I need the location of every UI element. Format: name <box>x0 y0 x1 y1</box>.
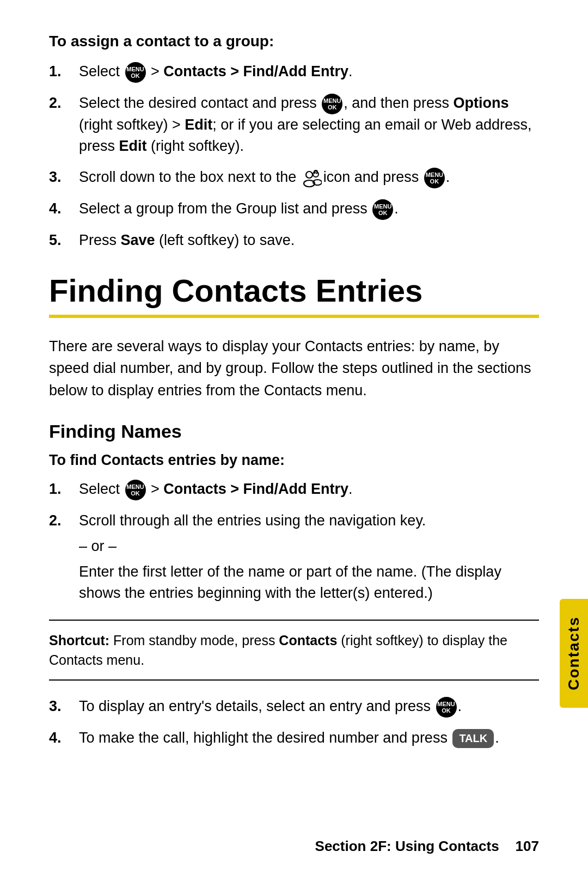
find-step-4: 4. To make the call, highlight the desir… <box>49 727 539 749</box>
finding-names-steps: 1. Select MENUOK > Contacts > Find/Add E… <box>49 479 539 604</box>
step-text-5: Press Save (left softkey) to save. <box>79 230 539 251</box>
step-text-1: Select MENUOK > Contacts > Find/Add Entr… <box>79 61 539 83</box>
step-num-1: 1. <box>49 61 79 82</box>
find-step-num-2: 2. <box>49 510 79 531</box>
sidebar-tab: Contacts <box>560 599 588 708</box>
find-step-text-4: To make the call, highlight the desired … <box>79 727 539 749</box>
menu-ok-icon-1: MENUOK <box>125 62 146 83</box>
group-icon: 2 <box>302 168 322 188</box>
find-step-num-4: 4. <box>49 727 79 749</box>
finding-names-heading: Finding Names <box>49 421 539 442</box>
sidebar-tab-text: Contacts <box>565 616 583 690</box>
menu-ok-icon-6: MENUOK <box>436 697 457 718</box>
step-num-2: 2. <box>49 93 79 114</box>
svg-text:2: 2 <box>315 171 317 175</box>
talk-icon: TALK <box>452 729 494 748</box>
menu-ok-icon-2: MENUOK <box>322 94 342 114</box>
shortcut-label: Shortcut: <box>49 633 109 648</box>
assign-label: To assign a contact to a group: <box>49 33 539 50</box>
main-heading: Finding Contacts Entries <box>49 273 539 309</box>
assign-step-1: 1. Select MENUOK > Contacts > Find/Add E… <box>49 61 539 83</box>
step-text-2: Select the desired contact and press MEN… <box>79 93 539 157</box>
find-step-num-3: 3. <box>49 696 79 717</box>
assign-steps: 1. Select MENUOK > Contacts > Find/Add E… <box>49 61 539 251</box>
svg-point-0 <box>306 171 313 178</box>
yellow-rule <box>49 315 539 318</box>
menu-ok-icon-5: MENUOK <box>125 480 146 500</box>
assign-section: To assign a contact to a group: 1. Selec… <box>49 33 539 251</box>
step-text-4: Select a group from the Group list and p… <box>79 198 539 220</box>
find-step-1: 1. Select MENUOK > Contacts > Find/Add E… <box>49 479 539 500</box>
menu-ok-icon-3: MENUOK <box>424 168 445 188</box>
step-num-3: 3. <box>49 167 79 188</box>
page-content: To assign a contact to a group: 1. Selec… <box>0 0 588 802</box>
find-step-text-3: To display an entry's details, select an… <box>79 696 539 718</box>
step-text-3: Scroll down to the box next to the 2 ico… <box>79 167 539 188</box>
find-step-text-1: Select MENUOK > Contacts > Find/Add Entr… <box>79 479 539 500</box>
finding-names-steps-continued: 3. To display an entry's details, select… <box>49 696 539 749</box>
find-step-3: 3. To display an entry's details, select… <box>49 696 539 718</box>
shortcut-text: From standby mode, press Contacts (right… <box>49 633 507 667</box>
step-num-4: 4. <box>49 198 79 219</box>
finding-names-label: To find Contacts entries by name: <box>49 452 539 469</box>
step-num-5: 5. <box>49 230 79 251</box>
shortcut-box: Shortcut: From standby mode, press Conta… <box>49 620 539 681</box>
or-separator: – or – <box>79 536 539 557</box>
find-step-num-1: 1. <box>49 479 79 500</box>
find-step-2: 2. Scroll through all the entries using … <box>49 510 539 604</box>
intro-text: There are several ways to display your C… <box>49 335 539 402</box>
menu-ok-icon-4: MENUOK <box>372 199 393 220</box>
footer-section: Section 2F: Using Contacts <box>315 838 499 855</box>
assign-step-4: 4. Select a group from the Group list an… <box>49 198 539 220</box>
assign-step-2: 2. Select the desired contact and press … <box>49 93 539 157</box>
page-footer: Section 2F: Using Contacts 107 <box>49 838 539 855</box>
assign-step-3: 3. Scroll down to the box next to the 2 … <box>49 167 539 188</box>
footer-page: 107 <box>516 838 539 855</box>
finding-names-section: Finding Names To find Contacts entries b… <box>49 421 539 749</box>
find-step-text-2: Scroll through all the entries using the… <box>79 510 539 604</box>
assign-step-5: 5. Press Save (left softkey) to save. <box>49 230 539 251</box>
